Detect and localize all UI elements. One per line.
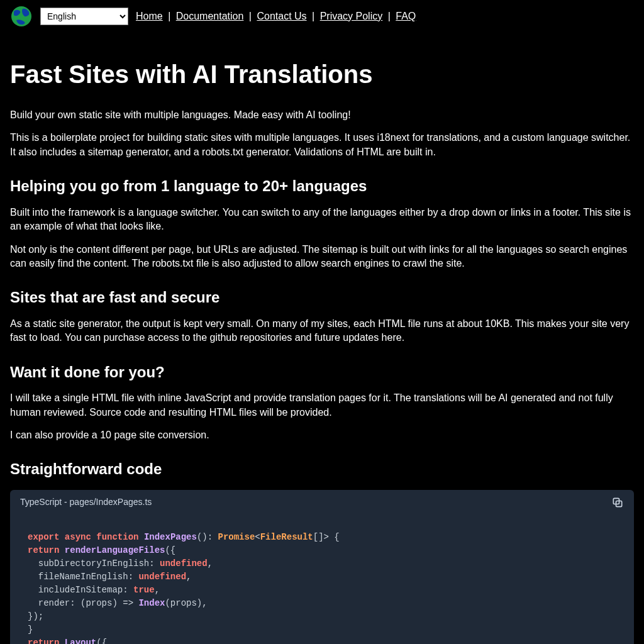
nav-sep: |: [168, 11, 170, 21]
nav-documentation[interactable]: Documentation: [176, 11, 244, 21]
code-content: export async function IndexPages(): Prom…: [10, 513, 634, 644]
section-languages-p2: Not only is the content different per pa…: [10, 243, 634, 271]
code-filename: TypeScript - pages/IndexPages.ts: [20, 496, 152, 509]
intro-p2: This is a boilerplate project for buildi…: [10, 131, 634, 159]
nav-contact[interactable]: Contact Us: [257, 11, 306, 21]
section-fast-p1: As a static site generator, the output i…: [10, 317, 634, 345]
page-title: Fast Sites with AI Translations: [10, 57, 634, 92]
nav-sep: |: [388, 11, 391, 21]
section-done-heading: Want it done for you?: [10, 362, 634, 383]
section-done-p2: I can also provide a 10 page site conver…: [10, 428, 634, 442]
section-fast-heading: Sites that are fast and secure: [10, 287, 634, 308]
section-code-heading: Straightforward code: [10, 458, 634, 480]
nav-sep: |: [249, 11, 252, 21]
nav-privacy[interactable]: Privacy Policy: [320, 11, 383, 21]
section-languages-p1: Built into the framework is a language s…: [10, 206, 634, 234]
globe-icon: [10, 5, 33, 28]
language-select[interactable]: English: [40, 8, 128, 25]
section-done-p1: I will take a single HTML file with inli…: [10, 391, 634, 419]
intro-p1: Build your own static site with multiple…: [10, 108, 634, 122]
nav-faq[interactable]: FAQ: [396, 11, 416, 21]
copy-icon[interactable]: [611, 496, 624, 509]
nav-home[interactable]: Home: [136, 11, 163, 21]
top-nav: Home | Documentation | Contact Us | Priv…: [136, 9, 416, 23]
code-block: TypeScript - pages/IndexPages.ts export …: [10, 490, 634, 644]
section-languages-heading: Helping you go from 1 language to 20+ la…: [10, 175, 634, 197]
nav-sep: |: [312, 11, 314, 21]
